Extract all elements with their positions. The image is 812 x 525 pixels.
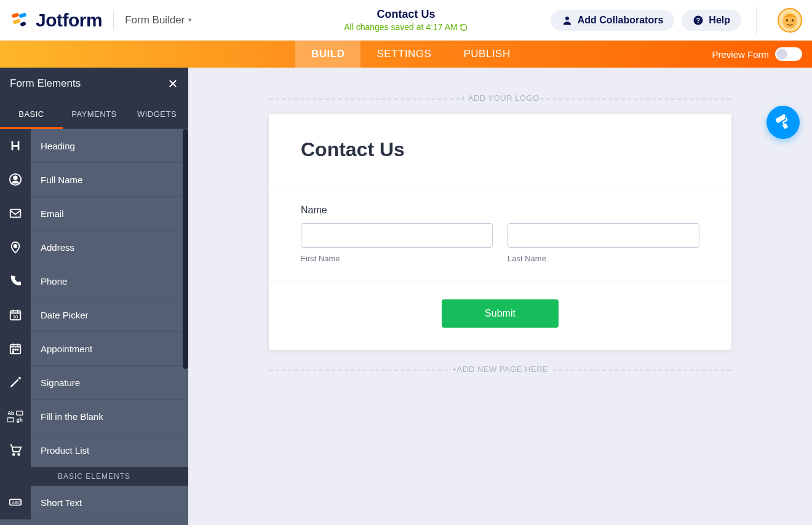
add-page-placeholder[interactable]: +ADD NEW PAGE HERE — [269, 365, 731, 374]
svg-point-10 — [792, 19, 794, 22]
pin-icon — [0, 231, 31, 264]
phone-icon — [0, 264, 31, 298]
last-name-sublabel: Last Name — [507, 254, 699, 263]
element-short-text[interactable]: ABC Short Text — [0, 486, 188, 519]
svg-rect-2 — [12, 18, 20, 24]
svg-point-24 — [12, 352, 14, 353]
sidebar-tab-payments[interactable]: PAYMENTS — [63, 100, 125, 128]
sidebar-tabs: BASIC PAYMENTS WIDGETS — [0, 100, 188, 129]
help-button[interactable]: ? Help — [682, 10, 741, 31]
sidebar-tab-basic[interactable]: BASIC — [0, 100, 63, 128]
svg-point-29 — [13, 454, 15, 456]
user-icon — [562, 15, 573, 26]
element-signature[interactable]: Signature — [0, 366, 188, 400]
svg-rect-0 — [11, 12, 19, 18]
element-date-picker[interactable]: 10 Date Picker — [0, 298, 188, 332]
svg-rect-16 — [10, 210, 21, 218]
help-label: Help — [709, 15, 730, 26]
element-appointment[interactable]: Appointment — [0, 332, 188, 366]
form-title-area: Contact Us All changes saved at 4:17 AM — [344, 8, 468, 32]
collaborators-label: Add Collaborators — [578, 15, 664, 26]
cart-icon — [0, 433, 31, 467]
element-email[interactable]: Email — [0, 197, 188, 231]
svg-point-9 — [786, 19, 789, 22]
element-list: Heading Full Name Email Address — [0, 129, 188, 525]
svg-point-23 — [17, 349, 18, 350]
svg-point-15 — [14, 176, 17, 180]
calendar-plus-icon — [0, 332, 31, 366]
sidebar-tab-widgets[interactable]: WIDGETS — [125, 100, 188, 128]
tab-settings[interactable]: SETTINGS — [360, 41, 447, 68]
first-name-input[interactable] — [301, 223, 493, 248]
svg-text:10: 10 — [13, 314, 18, 320]
help-icon: ? — [693, 15, 704, 26]
element-label: Email — [31, 208, 64, 219]
form-card: Contact Us Name First Name Last Name Sub… — [269, 114, 731, 350]
element-label: Heading — [31, 141, 75, 151]
preview-label: Preview Form — [712, 49, 769, 60]
element-fill-blank[interactable]: Abgh Fill in the Blank — [0, 400, 188, 433]
name-row: First Name Last Name — [301, 223, 699, 263]
svg-text:Ab: Ab — [7, 411, 14, 416]
element-address[interactable]: Address — [0, 231, 188, 264]
svg-rect-26 — [17, 411, 23, 415]
svg-text:ABC: ABC — [12, 500, 21, 505]
nav-tabs: BUILD SETTINGS PUBLISH — [295, 41, 527, 68]
submit-button[interactable]: Submit — [442, 299, 559, 328]
mail-icon — [0, 197, 31, 231]
logo-icon — [10, 10, 30, 30]
svg-rect-1 — [18, 12, 26, 18]
preview-toggle[interactable] — [775, 47, 802, 61]
logo-area[interactable]: Jotform — [10, 10, 102, 31]
element-label: Signature — [31, 377, 80, 388]
element-label: Fill in the Blank — [31, 411, 103, 422]
calendar-icon: 10 — [0, 298, 31, 332]
canvas: + ADD YOUR LOGO Contact Us Name First Na… — [188, 68, 812, 525]
chevron-down-icon: ▾ — [188, 16, 192, 24]
app-title-dropdown[interactable]: Form Builder ▾ — [125, 14, 192, 26]
svg-point-13 — [793, 14, 795, 16]
element-full-name[interactable]: Full Name — [0, 163, 188, 197]
add-logo-placeholder[interactable]: + ADD YOUR LOGO — [269, 93, 731, 103]
tab-publish[interactable]: PUBLISH — [447, 41, 526, 68]
element-label: Phone — [31, 276, 67, 286]
pen-icon — [0, 366, 31, 400]
refresh-icon — [460, 23, 468, 31]
element-phone[interactable]: Phone — [0, 264, 188, 298]
add-collaborators-button[interactable]: Add Collaborators — [551, 10, 675, 31]
paint-roller-fab[interactable] — [766, 106, 800, 139]
heading-icon — [0, 129, 31, 163]
sidebar-title: Form Elements — [10, 77, 81, 90]
element-heading[interactable]: Heading — [0, 129, 188, 163]
svg-text:?: ? — [696, 16, 700, 23]
blank-icon: Abgh — [0, 400, 31, 433]
first-name-sublabel: First Name — [301, 254, 493, 263]
app-title-label: Form Builder — [125, 14, 185, 26]
header-actions: Add Collaborators ? Help — [551, 7, 802, 34]
svg-point-12 — [789, 12, 791, 14]
divider — [756, 7, 757, 34]
element-product-list[interactable]: Product List — [0, 433, 188, 467]
avatar[interactable] — [778, 8, 802, 33]
last-name-input[interactable] — [507, 223, 699, 248]
brand-text: Jotform — [36, 10, 102, 31]
section-header-basic: BASIC ELEMENTS — [0, 467, 188, 486]
form-title: Contact Us — [301, 138, 699, 161]
form-header[interactable]: Contact Us — [269, 114, 731, 186]
close-icon[interactable] — [167, 78, 178, 89]
form-footer: Submit — [269, 282, 731, 350]
sidebar-header: Form Elements — [0, 68, 188, 100]
svg-point-11 — [784, 14, 787, 16]
element-label: Address — [31, 242, 74, 253]
preview-form-toggle-area: Preview Form — [712, 47, 802, 61]
user-icon — [0, 163, 31, 197]
tab-build[interactable]: BUILD — [295, 41, 360, 68]
form-name[interactable]: Contact Us — [344, 8, 468, 21]
element-label: Short Text — [31, 497, 82, 508]
scrollbar[interactable] — [183, 129, 188, 369]
top-header: Jotform Form Builder ▾ Contact Us All ch… — [0, 0, 812, 41]
save-status: All changes saved at 4:17 AM — [344, 22, 468, 32]
sidebar: Form Elements BASIC PAYMENTS WIDGETS Hea… — [0, 68, 188, 525]
svg-point-21 — [12, 349, 14, 350]
element-label: Appointment — [31, 344, 92, 354]
